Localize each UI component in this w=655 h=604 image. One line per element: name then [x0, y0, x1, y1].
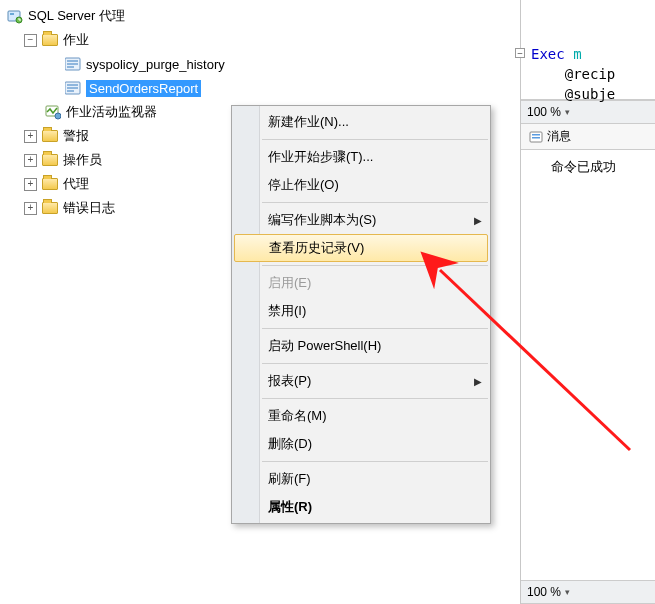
- svg-rect-4: [67, 60, 78, 62]
- expand-icon[interactable]: +: [24, 202, 37, 215]
- message-output: 命令已成功: [521, 150, 655, 176]
- tree-node-jobs[interactable]: − 作业: [0, 28, 520, 52]
- dropdown-icon[interactable]: ▾: [565, 587, 570, 597]
- menu-separator: [262, 202, 488, 203]
- code-text: m: [565, 46, 582, 62]
- svg-rect-5: [67, 63, 78, 65]
- menu-separator: [262, 265, 488, 266]
- zoom-bar-bottom[interactable]: 100 % ▾: [521, 580, 655, 604]
- tree-label: 操作员: [63, 151, 102, 169]
- zoom-value: 100 %: [527, 105, 561, 119]
- menu-separator: [262, 328, 488, 329]
- menu-stop-job[interactable]: 停止作业(O): [232, 171, 490, 199]
- tree-label: 作业: [63, 31, 89, 49]
- svg-rect-8: [67, 84, 78, 86]
- menu-label: 启用(E): [268, 274, 311, 292]
- messages-tab-label: 消息: [547, 128, 571, 145]
- folder-icon: [41, 32, 59, 48]
- tree-label: 错误日志: [63, 199, 115, 217]
- menu-label: 属性(R): [268, 498, 312, 516]
- svg-rect-1: [10, 13, 14, 15]
- collapse-icon[interactable]: −: [24, 34, 37, 47]
- svg-rect-14: [532, 134, 540, 136]
- job-icon: [64, 80, 82, 96]
- menu-enable: 启用(E): [232, 269, 490, 297]
- svg-rect-6: [67, 66, 74, 68]
- dropdown-icon[interactable]: ▾: [565, 107, 570, 117]
- messages-tab[interactable]: 消息: [521, 124, 655, 150]
- zoom-value: 100 %: [527, 585, 561, 599]
- menu-refresh[interactable]: 刷新(F): [232, 465, 490, 493]
- folder-icon: [41, 200, 59, 216]
- code-line: @subje: [531, 86, 651, 106]
- code-area[interactable]: − Exec m @recip @subje: [521, 0, 655, 100]
- menu-label: 刷新(F): [268, 470, 311, 488]
- tree-node-job-selected[interactable]: SendOrdersReport: [0, 76, 520, 100]
- menu-reports[interactable]: 报表(P)▶: [232, 367, 490, 395]
- editor-pane: − Exec m @recip @subje 100 % ▾ 消息 命令已成功 …: [520, 0, 655, 604]
- expand-icon[interactable]: +: [24, 154, 37, 167]
- expand-icon[interactable]: +: [24, 130, 37, 143]
- menu-powershell[interactable]: 启动 PowerShell(H): [232, 332, 490, 360]
- menu-label: 报表(P): [268, 372, 311, 390]
- context-menu: 新建作业(N)... 作业开始步骤(T)... 停止作业(O) 编写作业脚本为(…: [231, 105, 491, 524]
- submenu-arrow-icon: ▶: [474, 215, 482, 226]
- code-line: @recip: [531, 66, 651, 86]
- menu-start-step[interactable]: 作业开始步骤(T)...: [232, 143, 490, 171]
- job-icon: [64, 56, 82, 72]
- svg-rect-9: [67, 87, 78, 89]
- sql-agent-icon: [6, 8, 24, 24]
- menu-rename[interactable]: 重命名(M): [232, 402, 490, 430]
- code-fold-icon[interactable]: −: [515, 48, 525, 58]
- menu-label: 新建作业(N)...: [268, 113, 349, 131]
- submenu-arrow-icon: ▶: [474, 376, 482, 387]
- svg-point-12: [55, 113, 61, 119]
- tree-label: SendOrdersReport: [86, 80, 201, 97]
- tree-label: 作业活动监视器: [66, 103, 157, 121]
- keyword: Exec: [531, 46, 565, 62]
- folder-icon: [41, 176, 59, 192]
- tree-node-sql-agent[interactable]: SQL Server 代理: [0, 4, 520, 28]
- menu-label: 作业开始步骤(T)...: [268, 148, 373, 166]
- menu-label: 禁用(I): [268, 302, 306, 320]
- expand-icon[interactable]: +: [24, 178, 37, 191]
- menu-label: 查看历史记录(V): [269, 239, 364, 257]
- tree-label: SQL Server 代理: [28, 7, 125, 25]
- menu-label: 重命名(M): [268, 407, 327, 425]
- menu-script-as[interactable]: 编写作业脚本为(S)▶: [232, 206, 490, 234]
- code-line: [531, 26, 651, 46]
- menu-label: 删除(D): [268, 435, 312, 453]
- menu-label: 停止作业(O): [268, 176, 339, 194]
- code-line: [531, 6, 651, 26]
- menu-delete[interactable]: 删除(D): [232, 430, 490, 458]
- folder-icon: [41, 128, 59, 144]
- code-text: @subje: [565, 86, 616, 102]
- tree-node-job[interactable]: syspolicy_purge_history: [0, 52, 520, 76]
- menu-separator: [262, 139, 488, 140]
- folder-icon: [41, 152, 59, 168]
- menu-label: 启动 PowerShell(H): [268, 337, 381, 355]
- menu-separator: [262, 398, 488, 399]
- svg-rect-10: [67, 90, 74, 92]
- messages-icon: [529, 130, 543, 144]
- menu-separator: [262, 363, 488, 364]
- svg-rect-15: [532, 137, 540, 139]
- menu-separator: [262, 461, 488, 462]
- code-line: Exec m: [531, 46, 651, 66]
- code-text: @recip: [565, 66, 616, 82]
- menu-label: 编写作业脚本为(S): [268, 211, 376, 229]
- tree-label: 警报: [63, 127, 89, 145]
- tree-label: 代理: [63, 175, 89, 193]
- activity-monitor-icon: [44, 104, 62, 120]
- menu-new-job[interactable]: 新建作业(N)...: [232, 108, 490, 136]
- menu-view-history[interactable]: 查看历史记录(V): [234, 234, 488, 262]
- tree-label: syspolicy_purge_history: [86, 57, 225, 72]
- menu-disable[interactable]: 禁用(I): [232, 297, 490, 325]
- menu-properties[interactable]: 属性(R): [232, 493, 490, 521]
